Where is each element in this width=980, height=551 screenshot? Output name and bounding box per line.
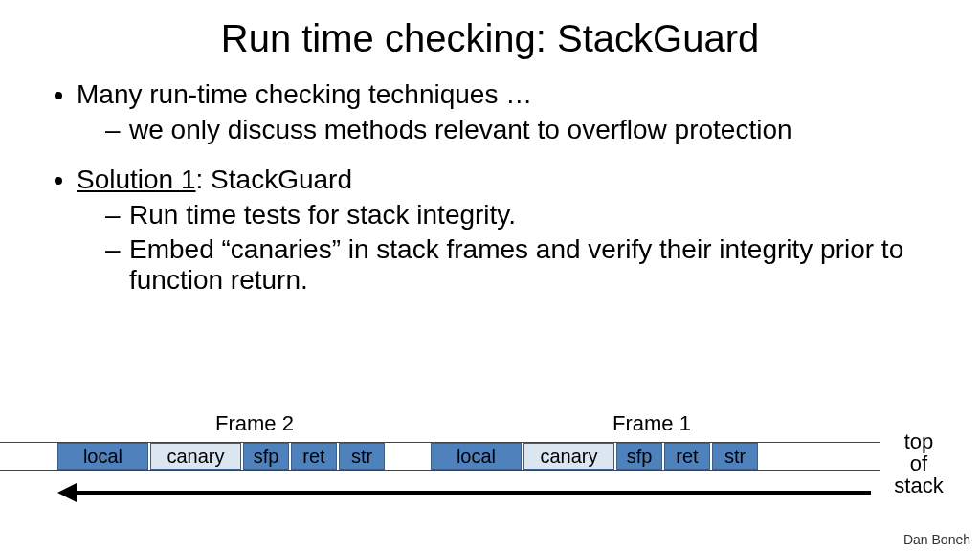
frame2-label: Frame 2 xyxy=(215,411,294,436)
bullet-2-prefix: Solution 1 xyxy=(77,165,196,194)
arrow-line xyxy=(69,491,871,495)
seg-canary-1: canary xyxy=(523,443,614,470)
seg-local-2: local xyxy=(57,443,148,470)
bullet-1a: we only discuss methods relevant to over… xyxy=(105,115,937,145)
slide-title: Run time checking: StackGuard xyxy=(0,0,980,70)
bullet-2a-text: Run time tests for stack integrity. xyxy=(129,200,516,230)
bullet-2b: Embed “canaries” in stack frames and ver… xyxy=(105,234,937,296)
author-credit: Dan Boneh xyxy=(903,532,970,547)
seg-str-2: str xyxy=(339,443,385,470)
slide-body: Many run-time checking techniques … we o… xyxy=(0,70,980,296)
stack-growth-arrow xyxy=(57,483,871,502)
frame1-label: Frame 1 xyxy=(612,411,691,436)
seg-sfp-2: sfp xyxy=(243,443,289,470)
bullet-2: Solution 1: StackGuard Run time tests fo… xyxy=(77,165,937,296)
seg-canary-2: canary xyxy=(150,443,241,470)
bullet-1: Many run-time checking techniques … we o… xyxy=(77,79,937,145)
bullet-1a-text: we only discuss methods relevant to over… xyxy=(129,115,792,144)
stack-diagram: Frame 2 Frame 1 local canary sfp ret str… xyxy=(0,411,980,526)
seg-local-1: local xyxy=(431,443,522,470)
seg-str-1: str xyxy=(712,443,758,470)
bullet-2-suffix: : StackGuard xyxy=(196,165,352,194)
seg-ret-1: ret xyxy=(664,443,710,470)
bullet-2a: Run time tests for stack integrity. xyxy=(105,200,937,231)
seg-sfp-1: sfp xyxy=(616,443,662,470)
top-of-stack-label: topofstack xyxy=(890,430,947,496)
bullet-2b-text: Embed “canaries” in stack frames and ver… xyxy=(129,234,903,295)
bullet-1-text: Many run-time checking techniques … xyxy=(77,79,532,109)
arrow-head-icon xyxy=(57,483,77,502)
seg-ret-2: ret xyxy=(291,443,337,470)
